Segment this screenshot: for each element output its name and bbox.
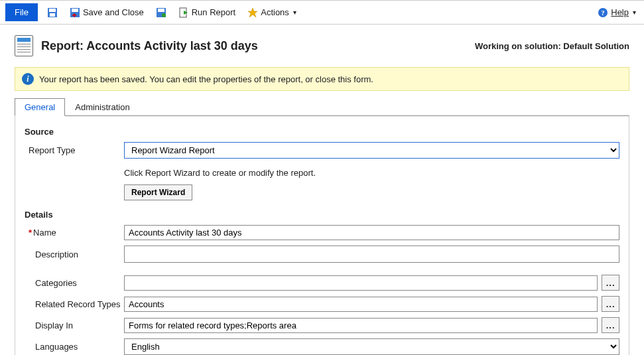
categories-field[interactable] [124,275,598,291]
working-solution-label: Working on solution: Default Solution [475,41,629,51]
label-report-type: Report Type [25,145,124,155]
categories-lookup-button[interactable]: ... [602,275,619,291]
save-as-button[interactable] [153,6,169,19]
report-type-select[interactable]: Report Wizard Report [124,142,619,159]
section-details: Details [25,210,619,220]
svg-rect-2 [50,13,55,17]
run-report-label: Run Report [192,7,235,17]
name-field[interactable] [124,225,619,240]
info-banner-text: Your report has been saved. You can edit… [39,74,373,84]
page-header: Report: Accounts Activity last 30 days W… [0,25,644,63]
run-report-button[interactable]: Run Report [176,6,238,19]
tab-general[interactable]: General [15,98,65,116]
actions-label: Actions [261,7,289,17]
save-button[interactable] [44,6,60,19]
top-toolbar: File Save and Close Run Report Actions ▾… [0,0,644,25]
save-as-icon [156,7,166,18]
run-report-icon [178,7,189,18]
label-related-record-types: Related Record Types [25,299,124,309]
svg-rect-6 [158,9,164,12]
tab-administration[interactable]: Administration [65,98,139,116]
languages-select[interactable]: English [124,338,619,355]
form-general: Source Report Type Report Wizard Report … [15,116,629,355]
related-record-types-lookup-button[interactable]: ... [602,296,619,312]
actions-menu[interactable]: Actions ▾ [245,6,299,19]
label-languages: Languages [25,342,124,352]
report-icon [15,35,33,56]
description-field[interactable] [124,246,619,263]
save-close-icon [70,7,80,18]
save-close-label: Save and Close [83,7,144,17]
display-in-field[interactable] [124,318,598,333]
tabs: General Administration [15,98,629,116]
actions-icon [247,7,258,18]
caret-down-icon: ▾ [293,9,296,16]
save-icon [47,7,58,18]
page-title: Report: Accounts Activity last 30 days [41,39,258,53]
svg-rect-4 [72,9,78,12]
info-banner: i Your report has been saved. You can ed… [15,67,629,91]
save-and-close-button[interactable]: Save and Close [67,6,147,19]
caret-down-icon: ▾ [633,9,636,16]
svg-rect-1 [49,9,56,12]
help-menu[interactable]: ? Help ▾ [595,6,639,19]
report-type-hint: Click Report Wizard to create or modify … [124,168,619,178]
label-description: Description [25,249,124,259]
label-display-in: Display In [25,320,124,330]
info-icon: i [22,73,34,85]
display-in-lookup-button[interactable]: ... [602,317,619,333]
file-menu-button[interactable]: File [5,3,38,21]
svg-marker-10 [248,8,257,17]
help-label: Help [611,7,629,17]
svg-text:?: ? [602,9,606,17]
label-categories: Categories [25,278,124,288]
related-record-types-field[interactable] [124,297,598,312]
label-name: *Name [25,228,124,238]
section-source: Source [25,127,619,137]
svg-point-7 [162,13,166,17]
report-wizard-button[interactable]: Report Wizard [124,184,192,200]
help-icon: ? [598,7,608,18]
